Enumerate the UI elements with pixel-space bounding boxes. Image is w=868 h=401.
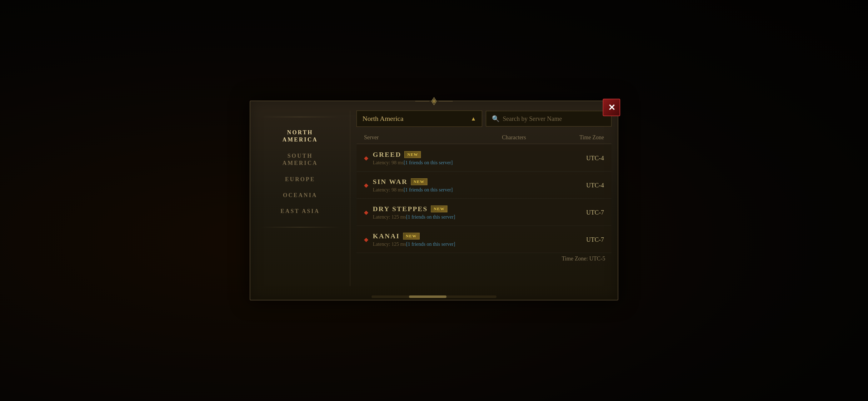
- row-indicator-icon: ◆: [364, 209, 368, 216]
- region-select-value: North America: [363, 114, 403, 123]
- server-latency-kanai: Latency: 125 ms[1 friends on this server…: [373, 241, 488, 247]
- col-header-characters: Characters: [484, 134, 544, 141]
- server-name-kanai: KANAI: [373, 232, 400, 240]
- sidebar-item-east-asia[interactable]: EAST ASIA: [250, 203, 350, 219]
- scrollbar-thumb[interactable]: [409, 295, 446, 298]
- server-name-row-sinwar: SIN WAR NEW: [373, 178, 488, 186]
- scrollbar-track[interactable]: [372, 295, 496, 298]
- new-badge-greed: NEW: [404, 151, 421, 158]
- server-latency-greed: Latency: 98 ms[1 friends on this server]: [373, 160, 488, 166]
- sidebar-item-oceania[interactable]: OCEANIA: [250, 188, 350, 203]
- server-name-drysteppes: DRY STEPPES: [373, 205, 428, 213]
- row-indicator-icon: ◆: [364, 182, 368, 189]
- dropdown-arrow-icon: ▲: [470, 115, 476, 122]
- row-indicator-icon: ◆: [364, 155, 368, 162]
- server-tz-greed: UTC-4: [546, 155, 604, 162]
- table-header: Server Characters Time Zone: [356, 132, 612, 144]
- close-icon: ✕: [608, 102, 615, 113]
- server-info-kanai: KANAI NEW Latency: 125 ms[1 friends on t…: [373, 232, 488, 247]
- server-name-row-greed: GREED NEW: [373, 151, 488, 159]
- top-bar: North America ▲ 🔍: [356, 110, 612, 127]
- server-latency-sinwar: Latency: 98 ms[1 friends on this server]: [373, 187, 488, 193]
- close-button[interactable]: ✕: [603, 99, 620, 116]
- search-wrapper: 🔍: [486, 111, 612, 127]
- server-row-drysteppes[interactable]: ◆ DRY STEPPES NEW Latency: 125 ms[1 frie…: [356, 199, 612, 226]
- scrollbar-area: [250, 292, 618, 300]
- server-info-greed: GREED NEW Latency: 98 ms[1 friends on th…: [373, 151, 488, 166]
- server-info-sinwar: SIN WAR NEW Latency: 98 ms[1 friends on …: [373, 178, 488, 193]
- server-name-sinwar: SIN WAR: [373, 178, 408, 186]
- footer-timezone: Time Zone: UTC-5: [356, 253, 612, 263]
- server-list: ◆ GREED NEW Latency: 98 ms[1 friends on …: [356, 145, 612, 253]
- search-icon: 🔍: [492, 115, 500, 123]
- top-ornament: [415, 94, 453, 109]
- modal-backdrop: ✕ NORTH AMERICA SOUTH AMERICA EUROPE OCE…: [0, 0, 868, 401]
- server-name-greed: GREED: [373, 151, 401, 159]
- sidebar-divider-bottom: [260, 227, 340, 227]
- sidebar-divider-top: [260, 117, 340, 117]
- content-area: North America ▲ 🔍 Server Characters Time…: [350, 110, 618, 286]
- server-name-row-kanai: KANAI NEW: [373, 232, 488, 240]
- sidebar-item-europe[interactable]: EUROPE: [250, 171, 350, 188]
- server-name-row-drysteppes: DRY STEPPES NEW: [373, 205, 488, 213]
- sidebar-item-south-america[interactable]: SOUTH AMERICA: [250, 148, 350, 171]
- server-tz-kanai: UTC-7: [546, 236, 604, 243]
- region-sidebar: NORTH AMERICA SOUTH AMERICA EUROPE OCEAN…: [250, 110, 350, 286]
- modal-body: NORTH AMERICA SOUTH AMERICA EUROPE OCEAN…: [250, 101, 618, 292]
- server-row-sinwar[interactable]: ◆ SIN WAR NEW Latency: 98 ms[1 friends o…: [356, 172, 612, 199]
- new-badge-sinwar: NEW: [411, 178, 428, 185]
- sidebar-item-north-america[interactable]: NORTH AMERICA: [250, 125, 350, 148]
- row-indicator-icon: ◆: [364, 236, 368, 243]
- server-tz-drysteppes: UTC-7: [546, 209, 604, 216]
- new-badge-kanai: NEW: [403, 233, 420, 239]
- server-row-kanai[interactable]: ◆ KANAI NEW Latency: 125 ms[1 friends on…: [356, 226, 612, 253]
- new-badge-drysteppes: NEW: [431, 205, 447, 212]
- region-dropdown[interactable]: North America ▲: [356, 110, 482, 127]
- server-info-drysteppes: DRY STEPPES NEW Latency: 125 ms[1 friend…: [373, 205, 488, 220]
- search-input[interactable]: [503, 115, 606, 123]
- col-header-timezone: Time Zone: [544, 134, 604, 141]
- server-tz-sinwar: UTC-4: [546, 182, 604, 189]
- server-row-greed[interactable]: ◆ GREED NEW Latency: 98 ms[1 friends on …: [356, 145, 612, 171]
- col-header-server: Server: [364, 134, 484, 141]
- server-latency-drysteppes: Latency: 125 ms[1 friends on this server…: [373, 214, 488, 220]
- server-select-modal: ✕ NORTH AMERICA SOUTH AMERICA EUROPE OCE…: [250, 101, 618, 300]
